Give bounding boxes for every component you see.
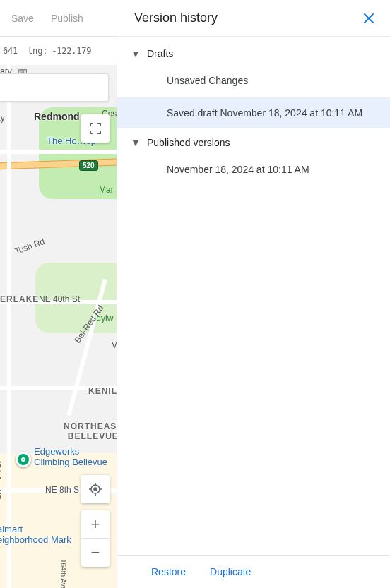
map-road-label: 164th Ave NE [59, 559, 67, 588]
section-toggle-published[interactable]: ▼ Published versions [117, 130, 390, 154]
chevron-down-icon: ▼ [131, 137, 140, 148]
map-neighborhood-label: NORTHEAST BELLEVUE [64, 421, 117, 441]
panel-body: ▼ Drafts Unsaved Changes Saved draft Nov… [117, 37, 390, 555]
panel-footer: Restore Duplicate [117, 555, 390, 588]
version-item-saved-draft[interactable]: Saved draft November 18, 2024 at 10:11 A… [117, 97, 390, 128]
lng-label: lng: [28, 46, 47, 56]
map-road-label: NE 8th S [45, 485, 79, 495]
map-label: ay [0, 113, 5, 123]
top-toolbar: Save Publish [0, 0, 117, 37]
duplicate-button[interactable]: Duplicate [210, 566, 251, 577]
minus-icon: − [91, 544, 100, 562]
map-city-label: Redmond [34, 111, 80, 122]
map-road-label: Tosh Rd [13, 236, 46, 256]
poi-marker[interactable] [16, 452, 31, 467]
plus-icon: + [91, 515, 100, 534]
target-icon [88, 482, 102, 496]
hwy-shield-520: 520 [79, 160, 98, 171]
map-poi-label: Edgeworks Climbing Bellevue [34, 446, 107, 467]
section-title: Published versions [147, 137, 230, 148]
version-history-panel: Version history ▼ Drafts Unsaved Changes… [117, 0, 390, 588]
lat-value: 641 [3, 46, 18, 56]
map-neighborhood-label: ERLAKE [0, 294, 39, 304]
chevron-down-icon: ▼ [131, 48, 140, 59]
lng-value: -122.179 [52, 46, 91, 56]
zoom-out-button[interactable]: − [81, 539, 110, 567]
map-poi-label: almart eighborhood Mark [0, 524, 71, 545]
save-button[interactable]: Save [11, 13, 34, 24]
version-item-unsaved[interactable]: Unsaved Changes [117, 65, 390, 96]
panel-title: Version history [134, 11, 218, 25]
map-park-label: Mar [99, 185, 114, 195]
fullscreen-icon [89, 122, 102, 135]
close-icon [362, 12, 375, 25]
zoom-control: + − [81, 510, 110, 567]
map-canvas[interactable]: ary ▥ Redmond ay The Ho…ep Cost 520 Mar … [0, 65, 117, 588]
publish-button[interactable]: Publish [51, 13, 83, 24]
restore-button[interactable]: Restore [151, 566, 186, 577]
svg-point-1 [94, 488, 97, 491]
my-location-button[interactable] [81, 475, 110, 503]
section-title: Drafts [147, 48, 173, 59]
map-neighborhood-label: KENIL [88, 386, 117, 396]
map-label: V [112, 340, 117, 350]
map-search-input[interactable] [0, 73, 109, 102]
coordinates-bar: 641 lng: -122.179 [0, 37, 117, 65]
map-road-label: 15th Ave NE [0, 460, 1, 499]
version-item-published[interactable]: November 18, 2024 at 10:11 AM [117, 154, 390, 185]
map-road-label: NE 40th St [39, 294, 80, 304]
close-panel-button[interactable] [358, 7, 380, 30]
zoom-in-button[interactable]: + [81, 510, 110, 539]
panel-header: Version history [117, 0, 390, 37]
section-toggle-drafts[interactable]: ▼ Drafts [117, 41, 390, 65]
fullscreen-button[interactable] [81, 114, 110, 143]
